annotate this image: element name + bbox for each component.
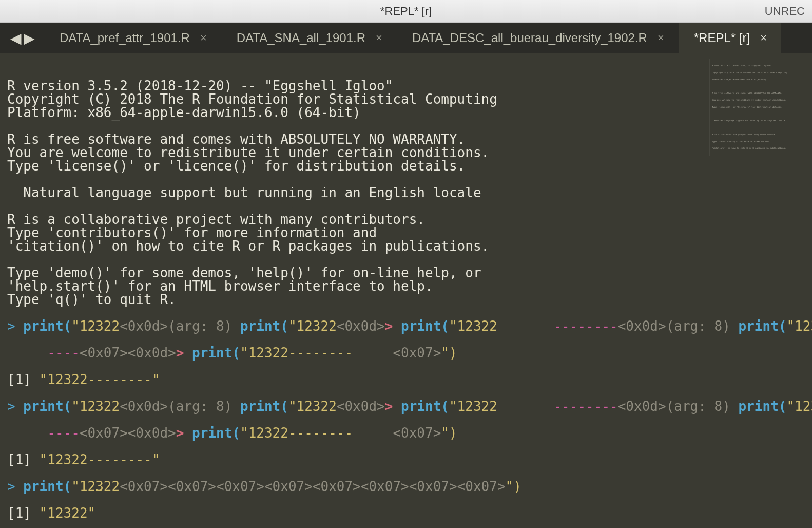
- minimap-line: Type 'license()' or 'licence()' for dist…: [712, 106, 810, 109]
- repl-string: "12322: [288, 318, 337, 334]
- repl-fn: print(: [232, 399, 288, 414]
- tab-label: DATA_pref_attr_1901.R: [60, 31, 190, 45]
- escape-seq: <0x07>: [393, 425, 441, 441]
- repl-fn: print(: [393, 318, 449, 334]
- repl-editor[interactable]: R version 3.5.2 (2018-12-20) -- "Eggshel…: [0, 53, 812, 528]
- banner-line: Type 'license()' or 'licence()' for dist…: [7, 158, 465, 174]
- minimap-line: Type 'contributors()' for more informati…: [712, 141, 810, 143]
- repl-fn: print(: [730, 399, 787, 414]
- nav-prev-icon[interactable]: ◀: [10, 30, 22, 47]
- repl-fn: print(: [15, 399, 72, 414]
- escape-seq: <0x07>: [393, 345, 441, 361]
- repl-string: "12322: [449, 318, 497, 334]
- repl-fn: print(: [15, 318, 72, 334]
- repl-string: "12322: [240, 345, 288, 361]
- close-icon[interactable]: ×: [654, 31, 667, 45]
- minimap-line: Natural language support but running in …: [712, 120, 810, 122]
- repl-line-2: > print("12322<0x0d>(arg: 8) print("1232…: [7, 400, 805, 413]
- escape-seq: <0x0d>: [120, 318, 168, 334]
- escape-seq: <0x0d>: [337, 399, 385, 414]
- cont-prompt: >: [176, 425, 184, 441]
- output-value: "12322--------": [31, 452, 160, 467]
- repl-string: "): [441, 425, 457, 441]
- repl-fn: print(: [393, 399, 449, 414]
- minimap-line: Platform: x86_64-apple-darwin15.6.0 (64-…: [712, 79, 810, 81]
- gap: [497, 318, 554, 334]
- tab-repl[interactable]: *REPL* [r] ×: [679, 23, 781, 53]
- r-banner: R version 3.5.2 (2018-12-20) -- "Eggshel…: [7, 79, 805, 306]
- banner-line: 'citation()' on how to cite R or R packa…: [7, 238, 489, 254]
- repl-string: "12322: [288, 399, 337, 414]
- tab-data-sna-all[interactable]: DATA_SNA_all_1901.R ×: [221, 23, 397, 53]
- tab-data-desc-diversity[interactable]: DATA_DESC_all_buerau_diversity_1902.R ×: [397, 23, 679, 53]
- repl-line-1: > print("12322<0x0d>(arg: 8) print("1232…: [7, 319, 805, 333]
- escape-seq: <0x07>: [457, 479, 506, 494]
- banner-line: Natural language support but running in …: [7, 185, 481, 200]
- repl-fn: print(: [184, 425, 240, 441]
- output-index: [1]: [7, 452, 31, 467]
- repl-fn: print(: [232, 318, 288, 334]
- escape-seq: <0x07>: [361, 479, 409, 494]
- dashes: ----: [47, 345, 80, 361]
- cont-prompt: >: [385, 318, 393, 334]
- repl-string: "): [441, 345, 457, 361]
- minimap-line: R is a collaborative project with many c…: [712, 134, 810, 136]
- close-icon[interactable]: ×: [197, 31, 210, 45]
- repl-prompt: >: [7, 399, 15, 414]
- repl-string: "12322: [71, 318, 120, 334]
- dashes: --------: [553, 399, 617, 414]
- minimap-line: Copyright (C) 2018 The R Foundation for …: [712, 72, 810, 74]
- escape-seq: <0x0d>: [128, 345, 176, 361]
- banner-line: Platform: x86_64-apple-darwin15.6.0 (64-…: [7, 105, 361, 120]
- repl-string: --------: [288, 345, 393, 361]
- escape-seq: <0x07>: [409, 479, 457, 494]
- arg-hint: (arg: 8): [168, 318, 232, 334]
- minimap[interactable]: R version 3.5.2 (2018-12-20) -- "Eggshel…: [709, 59, 812, 156]
- window-status-right: UNREC: [765, 5, 805, 18]
- close-icon[interactable]: ×: [757, 31, 770, 45]
- repl-fn: print(: [184, 345, 240, 361]
- escape-seq: <0x07>: [313, 479, 361, 494]
- tab-label: DATA_SNA_all_1901.R: [237, 31, 365, 45]
- output-value: "12322": [31, 505, 95, 521]
- minimap-line: 'citation()' on how to cite R or R packa…: [712, 147, 810, 150]
- tab-nav-arrows: ◀ ▶: [4, 30, 44, 47]
- dashes: --------: [553, 318, 617, 334]
- repl-prompt: >: [7, 479, 15, 494]
- escape-seq: <0x07>: [264, 479, 313, 494]
- output-index: [1]: [7, 505, 31, 521]
- arg-hint: (arg: 8): [666, 399, 730, 414]
- minimap-line: R is free software and comes with ABSOLU…: [712, 92, 810, 95]
- arg-hint: (arg: 8): [666, 318, 730, 334]
- cont-prompt: >: [176, 345, 184, 361]
- repl-line-2b: ----<0x07><0x0d>> print("12322-------- <…: [7, 426, 805, 440]
- repl-string: "): [506, 479, 521, 494]
- escape-seq: <0x0d>: [618, 318, 666, 334]
- repl-output-3: [1] "12322": [7, 506, 805, 520]
- repl-line-1b: ----<0x07><0x0d>> print("12322-------- <…: [7, 346, 805, 360]
- nav-next-icon[interactable]: ▶: [24, 30, 35, 47]
- minimap-line: [712, 86, 810, 88]
- tab-label: DATA_DESC_all_buerau_diversity_1902.R: [412, 31, 647, 45]
- escape-seq: <0x0d>: [128, 425, 176, 441]
- escape-seq: <0x0d>: [337, 318, 385, 334]
- repl-string: --------: [288, 425, 393, 441]
- window-titlebar: *REPL* [r] UNREC: [0, 0, 812, 23]
- tab-label: *REPL* [r]: [694, 31, 750, 45]
- window-title: *REPL* [r]: [380, 5, 432, 18]
- escape-seq: <0x07>: [168, 479, 216, 494]
- banner-line: Type 'q()' to quit R.: [7, 292, 176, 307]
- repl-output-2: [1] "12322--------": [7, 453, 805, 466]
- repl-prompt: >: [7, 318, 15, 334]
- tab-data-pref-attr[interactable]: DATA_pref_attr_1901.R ×: [44, 23, 221, 53]
- minimap-line: [712, 127, 810, 129]
- close-icon[interactable]: ×: [373, 31, 385, 45]
- repl-line-3: > print("12322<0x07><0x07><0x07><0x07><0…: [7, 480, 805, 493]
- cont-prompt: >: [385, 399, 393, 414]
- dashes: ----: [47, 425, 80, 441]
- repl-output-1: [1] "12322--------": [7, 373, 805, 386]
- arg-hint: (arg: 8): [168, 399, 232, 414]
- minimap-line: [712, 154, 810, 156]
- repl-string: "12322: [71, 479, 120, 494]
- repl-string: "12322: [786, 399, 812, 414]
